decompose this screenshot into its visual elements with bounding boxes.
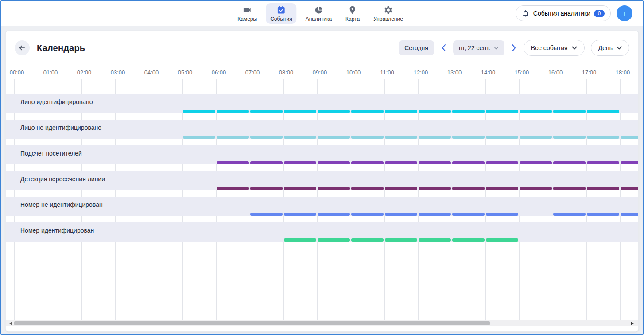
horizontal-scrollbar[interactable]	[6, 320, 638, 326]
event-bar-segment[interactable]	[520, 136, 552, 139]
event-bar-segment[interactable]	[587, 161, 619, 164]
next-day-button[interactable]	[511, 43, 517, 53]
event-bar-segment[interactable]	[385, 110, 417, 113]
event-bar-segment[interactable]	[553, 136, 586, 139]
event-bar-segment[interactable]	[486, 110, 518, 113]
scrollbar-thumb[interactable]	[14, 321, 490, 325]
main-nav: Камеры События Аналитика	[233, 3, 407, 24]
event-bar-segment[interactable]	[217, 187, 249, 190]
date-picker[interactable]: пт, 22 сент.	[453, 40, 504, 55]
nav-item-management[interactable]: Управление	[369, 3, 407, 24]
event-bar-segment[interactable]	[419, 238, 451, 242]
event-bar-segment[interactable]	[520, 110, 552, 113]
today-button[interactable]: Сегодня	[399, 40, 434, 55]
event-bar-segment[interactable]	[419, 187, 451, 190]
event-bar-segment[interactable]	[520, 187, 552, 190]
event-bar-segment[interactable]	[553, 187, 586, 190]
event-bar-segment[interactable]	[419, 110, 451, 113]
event-bar-segment[interactable]	[217, 110, 249, 113]
event-bar-segment[interactable]	[318, 136, 350, 139]
date-label: пт, 22 сент.	[459, 44, 490, 51]
event-bar-segment[interactable]	[284, 213, 316, 216]
event-bar-segment[interactable]	[486, 136, 518, 139]
event-bar-segment[interactable]	[284, 187, 316, 190]
event-bar-segment[interactable]	[250, 110, 283, 113]
event-bar-segment[interactable]	[621, 187, 639, 190]
event-bar-segment[interactable]	[318, 161, 350, 164]
event-bar-segment[interactable]	[452, 161, 485, 164]
event-bar-segment[interactable]	[486, 238, 518, 242]
event-bar-segment[interactable]	[250, 161, 283, 164]
event-bar-segment[interactable]	[385, 161, 417, 164]
event-bar-segment[interactable]	[183, 136, 215, 139]
event-bar-segment[interactable]	[250, 213, 283, 216]
event-bar-segment[interactable]	[250, 136, 283, 139]
event-bar-segment[interactable]	[318, 213, 350, 216]
event-bar-segment[interactable]	[587, 187, 619, 190]
event-bar-segment[interactable]	[284, 238, 316, 242]
nav-item-cameras[interactable]: Камеры	[233, 3, 261, 24]
event-bar-segment[interactable]	[351, 161, 384, 164]
event-bar-segment[interactable]	[284, 161, 316, 164]
event-bar-segment[interactable]	[520, 161, 552, 164]
event-bar-segment[interactable]	[452, 238, 485, 242]
event-bar-segment[interactable]	[250, 187, 283, 190]
row-label: Лицо идентифицировано	[20, 98, 93, 105]
event-bar-segment[interactable]	[385, 213, 417, 216]
event-bar-segment[interactable]	[553, 161, 586, 164]
event-bar-segment[interactable]	[452, 213, 485, 216]
nav-item-analytics[interactable]: Аналитика	[301, 3, 336, 24]
chevron-right-icon	[512, 44, 516, 52]
event-bar-segment[interactable]	[385, 136, 417, 139]
scroll-left-arrow[interactable]	[9, 322, 12, 325]
event-bar-segment[interactable]	[553, 213, 586, 216]
event-bar-segment[interactable]	[452, 136, 485, 139]
event-bar-segment[interactable]	[351, 213, 384, 216]
event-bar-segment[interactable]	[587, 136, 619, 139]
event-bar-segment[interactable]	[183, 110, 215, 113]
event-bar-segment[interactable]	[486, 187, 518, 190]
scroll-right-arrow[interactable]	[631, 322, 634, 325]
event-bar-segment[interactable]	[351, 187, 384, 190]
event-bar-segment[interactable]	[587, 110, 619, 113]
event-bar-segment[interactable]	[351, 136, 384, 139]
analytics-events-button[interactable]: События аналитики 0	[516, 5, 611, 21]
back-button[interactable]	[15, 40, 30, 55]
event-bar-segment[interactable]	[318, 238, 350, 242]
event-bar-segment[interactable]	[486, 213, 518, 216]
event-bar-segment[interactable]	[486, 161, 518, 164]
hour-label: 07:00	[245, 69, 260, 76]
event-bar-segment[interactable]	[587, 213, 619, 216]
event-bar-segment[interactable]	[351, 238, 384, 242]
bell-icon	[522, 9, 530, 17]
event-bar-segment[interactable]	[419, 136, 451, 139]
event-bar-segment[interactable]	[621, 136, 639, 139]
event-bar-segment[interactable]	[621, 213, 639, 216]
hour-label: 15:00	[515, 69, 529, 76]
header-controls: Сегодня пт, 22 сент. Все события	[399, 40, 629, 56]
event-filter-dropdown[interactable]: Все события	[524, 40, 585, 56]
event-bar-segment[interactable]	[217, 161, 249, 164]
event-bar-segment[interactable]	[284, 110, 316, 113]
hour-label: 05:00	[178, 69, 193, 76]
event-bar-segment[interactable]	[419, 213, 451, 216]
event-bar-segment[interactable]	[318, 187, 350, 190]
event-bar-segment[interactable]	[284, 136, 316, 139]
nav-label: Карта	[345, 16, 360, 22]
event-bar-segment[interactable]	[385, 187, 417, 190]
nav-item-map[interactable]: Карта	[341, 3, 365, 24]
event-bar-segment[interactable]	[419, 161, 451, 164]
event-bar-segment[interactable]	[452, 187, 485, 190]
event-bar-segment[interactable]	[217, 136, 249, 139]
event-bar-segment[interactable]	[318, 110, 350, 113]
view-mode-dropdown[interactable]: День	[591, 40, 629, 56]
event-bar-segment[interactable]	[351, 110, 384, 113]
avatar[interactable]: T	[617, 5, 632, 21]
event-filter-label: Все события	[531, 44, 568, 51]
event-bar-segment[interactable]	[385, 238, 417, 242]
event-bar-segment[interactable]	[621, 161, 639, 164]
event-bar-segment[interactable]	[452, 110, 485, 113]
nav-item-events[interactable]: События	[266, 3, 297, 24]
event-bar-segment[interactable]	[553, 110, 586, 113]
prev-day-button[interactable]	[440, 43, 447, 53]
